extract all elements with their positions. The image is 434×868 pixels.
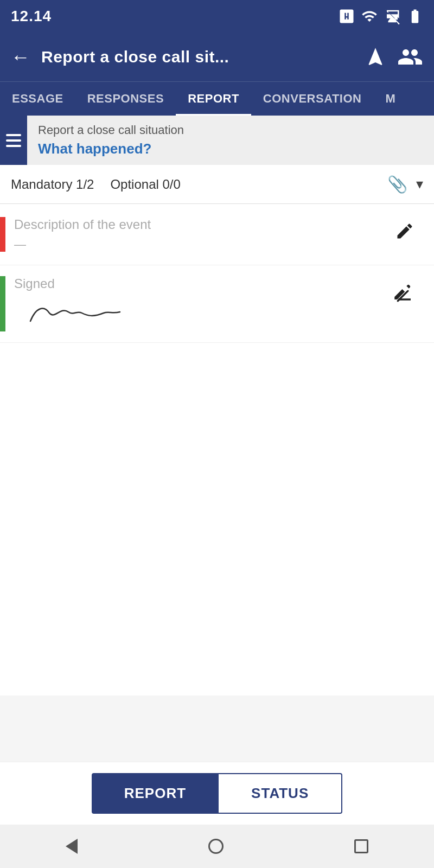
form-subtitle: Report a close call situation — [38, 123, 184, 137]
tab-report[interactable]: REPORT — [176, 82, 251, 116]
status-bar: 12.14 — [0, 0, 434, 33]
users-icon[interactable] — [397, 44, 423, 70]
description-field-body[interactable]: Description of the event — — [5, 217, 395, 252]
empty-space — [0, 343, 434, 695]
hamburger-line-1 — [6, 134, 21, 136]
signed-field-label: Signed — [14, 276, 383, 291]
battery-icon — [407, 8, 423, 24]
nav-back-button[interactable] — [49, 833, 94, 859]
description-field-label: Description of the event — [14, 217, 386, 232]
nav-home-icon — [208, 839, 224, 854]
status-button[interactable]: STATUS — [219, 773, 342, 814]
description-field-dash: — — [14, 238, 26, 251]
optional-status: Optional 0/0 — [110, 177, 180, 192]
nfc-icon — [339, 8, 355, 24]
signed-field-row: Signed — [0, 265, 434, 343]
sign-icon[interactable] — [392, 280, 414, 303]
signature-image — [14, 297, 144, 329]
navigation-icon[interactable] — [365, 46, 386, 68]
form-title: What happened? — [38, 141, 184, 157]
signal-icon — [384, 8, 400, 24]
field-status-row: Mandatory 1/2 Optional 0/0 📎 ▾ — [0, 165, 434, 204]
mandatory-status: Mandatory 1/2 — [11, 177, 94, 192]
signed-field-indicator — [0, 276, 5, 331]
time-display: 12.14 — [11, 8, 52, 25]
tab-responses[interactable]: RESPONSES — [75, 82, 176, 116]
form-header: Report a close call situation What happe… — [0, 116, 434, 165]
nav-recents-icon — [354, 839, 368, 853]
attachment-icon[interactable]: 📎 — [387, 175, 407, 194]
tab-conversation[interactable]: CONVERSATION — [251, 82, 374, 116]
tab-more[interactable]: M — [373, 82, 407, 116]
hamburger-menu[interactable] — [0, 116, 27, 165]
form-header-content: Report a close call situation What happe… — [27, 116, 195, 165]
chevron-down-icon[interactable]: ▾ — [416, 176, 423, 193]
toolbar-title: Report a close call sit... — [41, 48, 354, 66]
hamburger-line-2 — [6, 139, 21, 142]
status-icons — [339, 8, 423, 24]
edit-icon[interactable] — [395, 221, 414, 241]
nav-back-icon — [66, 839, 78, 854]
nav-recents-button[interactable] — [338, 834, 385, 859]
form-content: Mandatory 1/2 Optional 0/0 📎 ▾ Descripti… — [0, 165, 434, 695]
signed-field-body: Signed — [5, 276, 392, 331]
tab-navigation: ESSAGE RESPONSES REPORT CONVERSATION M — [0, 81, 434, 116]
description-field-indicator — [0, 217, 5, 252]
nav-home-button[interactable] — [192, 833, 240, 859]
toolbar: ← Report a close call sit... — [0, 33, 434, 81]
back-button[interactable]: ← — [11, 47, 30, 67]
field-status-icons: 📎 ▾ — [387, 175, 423, 194]
report-button[interactable]: REPORT — [92, 773, 219, 814]
hamburger-line-3 — [6, 145, 21, 147]
tab-message[interactable]: ESSAGE — [0, 82, 75, 116]
android-nav-bar — [0, 825, 434, 868]
bottom-buttons: REPORT STATUS — [0, 762, 434, 825]
wifi-icon — [361, 8, 378, 24]
description-field-row: Description of the event — — [0, 204, 434, 265]
